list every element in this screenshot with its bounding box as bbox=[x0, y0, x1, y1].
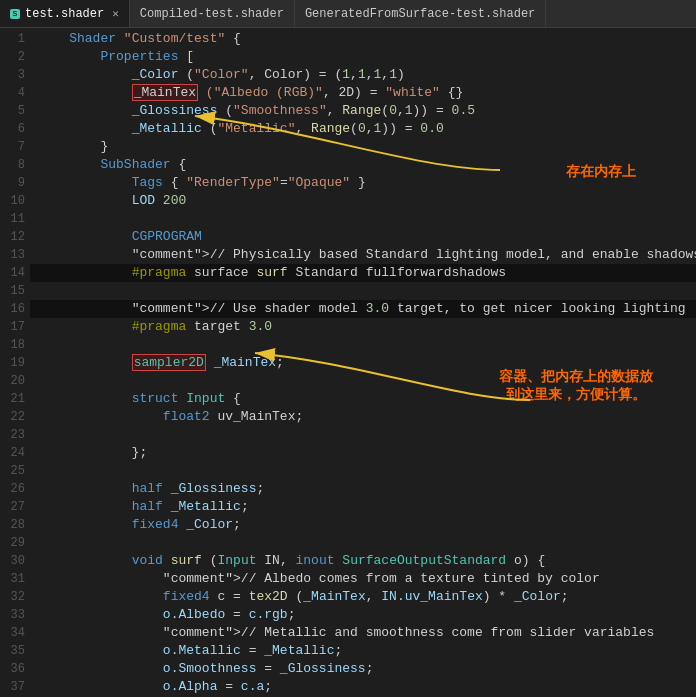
code-line: void surf (Input IN, inout SurfaceOutput… bbox=[30, 552, 696, 570]
tab-label-test: test.shader bbox=[25, 7, 104, 21]
shader-icon: s bbox=[10, 9, 20, 19]
code-line: o.Alpha = c.a; bbox=[30, 678, 696, 696]
code-line bbox=[30, 534, 696, 552]
tab-label-generated: GeneratedFromSurface-test.shader bbox=[305, 7, 535, 21]
code-line: CGPROGRAM bbox=[30, 228, 696, 246]
code-line: LOD 200 bbox=[30, 192, 696, 210]
close-icon[interactable]: ✕ bbox=[112, 7, 119, 20]
code-line: fixed4 _Color; bbox=[30, 516, 696, 534]
code-line: _Color ("Color", Color) = (1,1,1,1) bbox=[30, 66, 696, 84]
code-line bbox=[30, 282, 696, 300]
code-line bbox=[30, 462, 696, 480]
code-content[interactable]: Shader "Custom/test" { Properties [ _Col… bbox=[30, 28, 696, 697]
tab-bar: s test.shader ✕ Compiled-test.shader Gen… bbox=[0, 0, 696, 28]
tab-generated[interactable]: GeneratedFromSurface-test.shader bbox=[295, 0, 546, 27]
code-line: "comment">// Physically based Standard l… bbox=[30, 246, 696, 264]
annotation-container: 容器、把内存上的数据放到这里来，方便计算。 bbox=[496, 368, 656, 404]
code-line: _Metallic ("Metallic", Range(0,1)) = 0.0 bbox=[30, 120, 696, 138]
code-area: 1234567891011121314151617181920212223242… bbox=[0, 28, 696, 697]
line-numbers: 1234567891011121314151617181920212223242… bbox=[0, 28, 30, 697]
code-line: fixed4 c = tex2D (_MainTex, IN.uv_MainTe… bbox=[30, 588, 696, 606]
code-line: half _Metallic; bbox=[30, 498, 696, 516]
code-line bbox=[30, 336, 696, 354]
code-line: float2 uv_MainTex; bbox=[30, 408, 696, 426]
code-line: "comment">// Use shader model 3.0 target… bbox=[30, 300, 696, 318]
code-line: "comment">// Albedo comes from a texture… bbox=[30, 570, 696, 588]
tab-compiled[interactable]: Compiled-test.shader bbox=[130, 0, 295, 27]
code-line: o.Albedo = c.rgb; bbox=[30, 606, 696, 624]
tab-label-compiled: Compiled-test.shader bbox=[140, 7, 284, 21]
code-line bbox=[30, 426, 696, 444]
code-line: #pragma surface surf Standard fullforwar… bbox=[30, 264, 696, 282]
code-line: _Glossiness ("Smoothness", Range(0,1)) =… bbox=[30, 102, 696, 120]
code-line: } bbox=[30, 138, 696, 156]
code-line: o.Smoothness = _Glossiness; bbox=[30, 660, 696, 678]
code-line: }; bbox=[30, 444, 696, 462]
code-line: _MainTex ("Albedo (RGB)", 2D) = "white" … bbox=[30, 84, 696, 102]
code-line: half _Glossiness; bbox=[30, 480, 696, 498]
code-line: "comment">// Metallic and smoothness com… bbox=[30, 624, 696, 642]
annotation-memory: 存在内存上 bbox=[566, 163, 636, 181]
tab-test-shader[interactable]: s test.shader ✕ bbox=[0, 0, 130, 27]
code-line bbox=[30, 210, 696, 228]
code-line: Properties [ bbox=[30, 48, 696, 66]
code-line: Shader "Custom/test" { bbox=[30, 30, 696, 48]
code-line: o.Metallic = _Metallic; bbox=[30, 642, 696, 660]
code-line: #pragma target 3.0 bbox=[30, 318, 696, 336]
